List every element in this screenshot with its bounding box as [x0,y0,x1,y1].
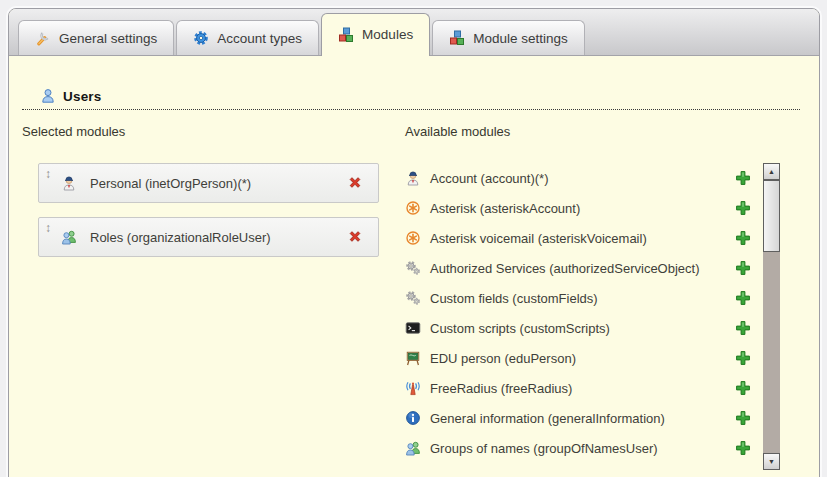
add-module-button[interactable] [735,200,751,216]
selected-modules-list: ↕ Personal (inetOrgPerson)(*) ↕ Roles (o… [38,163,379,257]
scrollbar-down-button[interactable]: ▼ [763,453,780,470]
green-plus-icon [735,290,751,306]
green-plus-icon [735,230,751,246]
gears-icon [405,290,421,306]
group-icon [61,229,77,245]
available-modules-scrollbar[interactable]: ▲ ▼ [763,163,780,470]
available-module-item: EDU person (eduPerson) [405,343,751,373]
section-heading: Users [22,88,800,110]
green-plus-icon [735,320,751,336]
gear-icon [193,30,209,46]
tab-label: Module settings [473,31,568,46]
info-icon [405,410,421,426]
selected-module-item[interactable]: ↕ Roles (organizationalRoleUser) [38,217,379,257]
scroll-up-icon: ▲ [768,168,775,175]
green-plus-icon [735,170,751,186]
add-module-button[interactable] [735,230,751,246]
user-icon [40,88,56,104]
scroll-down-icon: ▼ [768,458,775,465]
available-module-item: Account (account)(*) [405,163,751,193]
tab-general-settings[interactable]: General settings [18,20,174,55]
available-module-item: Asterisk (asteriskAccount) [405,193,751,223]
tab-label: Account types [217,31,302,46]
tab-label: Modules [362,27,413,42]
modules-icon [449,30,465,46]
available-module-item: General information (generalInformation) [405,403,751,433]
red-x-icon [347,229,363,245]
available-module-item: Custom scripts (customScripts) [405,313,751,343]
add-module-button[interactable] [735,320,751,336]
terminal-icon [405,320,421,336]
green-plus-icon [735,440,751,456]
red-x-icon [347,175,363,191]
person-suit-icon [405,170,421,186]
tab-content: Users Selected modules ↕ Personal (inetO… [9,57,819,477]
add-module-button[interactable] [735,440,751,456]
module-label: Custom fields (customFields) [430,291,735,306]
green-plus-icon [735,200,751,216]
selected-modules-heading: Selected modules [22,124,380,139]
remove-module-button[interactable] [347,175,364,192]
asterisk-icon [405,230,421,246]
green-plus-icon [735,380,751,396]
green-plus-icon [735,410,751,426]
drag-handle-icon[interactable]: ↕ [45,168,51,180]
module-label: Account (account)(*) [430,171,735,186]
tab-bar: General settings Account types Modules M… [9,9,819,56]
module-label: Asterisk (asteriskAccount) [430,201,735,216]
asterisk-icon [405,200,421,216]
available-module-item: FreeRadius (freeRadius) [405,373,751,403]
tab-account-types[interactable]: Account types [176,20,319,55]
available-module-item: Authorized Services (authorizedServiceOb… [405,253,751,283]
selected-module-item[interactable]: ↕ Personal (inetOrgPerson)(*) [38,163,379,203]
available-modules-heading: Available modules [405,124,751,139]
green-plus-icon [735,260,751,276]
scrollbar-up-button[interactable]: ▲ [763,163,780,180]
add-module-button[interactable] [735,260,751,276]
add-module-button[interactable] [735,170,751,186]
add-module-button[interactable] [735,380,751,396]
available-module-item: Asterisk voicemail (asteriskVoicemail) [405,223,751,253]
available-modules-list: Account (account)(*) Asterisk (asteriskA… [405,163,751,463]
antenna-icon [405,380,421,396]
available-modules-panel: Available modules Account (account)(*) A… [405,124,751,463]
module-label: Roles (organizationalRoleUser) [90,230,347,245]
module-label: FreeRadius (freeRadius) [430,381,735,396]
section-title: Users [63,89,102,104]
tab-modules[interactable]: Modules [321,13,430,56]
green-plus-icon [735,350,751,366]
chalkboard-icon [405,350,421,366]
add-module-button[interactable] [735,410,751,426]
module-label: Groups of names (groupOfNamesUser) [430,441,735,456]
tab-module-settings[interactable]: Module settings [432,20,585,55]
drag-handle-icon[interactable]: ↕ [45,222,51,234]
module-label: General information (generalInformation) [430,411,735,426]
available-module-item: Custom fields (customFields) [405,283,751,313]
module-label: Authorized Services (authorizedServiceOb… [430,261,735,276]
available-module-item: Groups of names (groupOfNamesUser) [405,433,751,463]
settings-panel: General settings Account types Modules M… [8,8,820,477]
module-label: Custom scripts (customScripts) [430,321,735,336]
gears-icon [405,260,421,276]
module-label: EDU person (eduPerson) [430,351,735,366]
remove-module-button[interactable] [347,229,364,246]
tab-label: General settings [59,31,157,46]
modules-icon [338,27,354,43]
add-module-button[interactable] [735,290,751,306]
group-icon [405,440,421,456]
wrench-icon [35,30,51,46]
selected-modules-panel: Selected modules ↕ Personal (inetOrgPers… [22,124,380,271]
add-module-button[interactable] [735,350,751,366]
person-suit-icon [61,175,77,191]
module-label: Personal (inetOrgPerson)(*) [90,176,347,191]
scrollbar-thumb[interactable] [763,180,780,252]
module-label: Asterisk voicemail (asteriskVoicemail) [430,231,735,246]
